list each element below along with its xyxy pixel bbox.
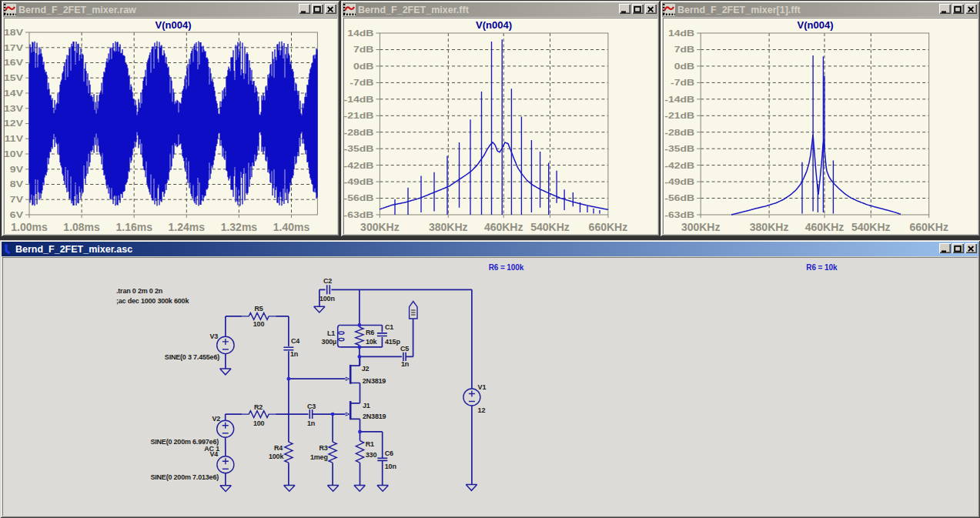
svg-text:J1: J1 [363, 402, 370, 409]
svg-text:V(n004): V(n004) [798, 19, 834, 31]
svg-text:1.24ms: 1.24ms [169, 221, 206, 233]
svg-text:15V: 15V [4, 72, 23, 82]
svg-text:380KHz: 380KHz [429, 221, 468, 233]
svg-text:L1: L1 [327, 329, 335, 337]
svg-text:7dB: 7dB [353, 45, 373, 55]
svg-text:-35dB: -35dB [664, 143, 694, 153]
svg-text:14dB: 14dB [347, 28, 373, 38]
svg-text:-63dB: -63dB [664, 209, 694, 219]
svg-text:1n: 1n [307, 419, 315, 427]
svg-text:R3: R3 [319, 444, 327, 452]
svg-text:-14dB: -14dB [664, 94, 694, 104]
svg-text:-49dB: -49dB [664, 176, 694, 186]
svg-text:-14dB: -14dB [344, 94, 374, 104]
svg-text:-56dB: -56dB [344, 193, 374, 203]
svg-text:660KHz: 660KHz [909, 221, 948, 233]
svg-text:100: 100 [253, 419, 265, 427]
svg-text:1.08ms: 1.08ms [63, 221, 100, 233]
svg-text:1.00ms: 1.00ms [11, 221, 48, 233]
svg-text:100k: 100k [269, 453, 284, 460]
svg-text:300µ: 300µ [322, 338, 336, 346]
svg-text:-42dB: -42dB [344, 160, 374, 170]
svg-text:.tran 0 2m 0 2n: .tran 0 2m 0 2n [116, 287, 162, 295]
svg-text:1.16ms: 1.16ms [115, 221, 152, 233]
svg-text:SINE(0 3 7.455e6): SINE(0 3 7.455e6) [165, 353, 219, 361]
svg-text:0dB: 0dB [353, 61, 373, 71]
svg-text:-42dB: -42dB [664, 160, 694, 170]
svg-text:11V: 11V [5, 133, 24, 143]
svg-text:7V: 7V [10, 194, 24, 204]
svg-text:C4: C4 [291, 337, 299, 345]
svg-text:-21dB: -21dB [344, 110, 374, 120]
svg-text:1n: 1n [290, 350, 298, 358]
svg-text:-28dB: -28dB [344, 127, 374, 137]
svg-text:V(n004): V(n004) [476, 19, 512, 31]
svg-text:R5: R5 [254, 305, 263, 312]
svg-text:V1: V1 [478, 383, 487, 391]
svg-text:300KHz: 300KHz [360, 221, 400, 233]
svg-text:C3: C3 [307, 403, 316, 410]
svg-text:-28dB: -28dB [664, 127, 694, 137]
svg-text:J2: J2 [362, 365, 370, 373]
svg-text:-49dB: -49dB [344, 176, 374, 186]
svg-text:2N3819: 2N3819 [363, 413, 386, 420]
svg-text:R6: R6 [366, 329, 374, 336]
svg-text:SINE(0 200m 7.013e6): SINE(0 200m 7.013e6) [150, 473, 219, 481]
svg-text:10n: 10n [385, 463, 396, 470]
svg-text:8V: 8V [10, 179, 24, 189]
svg-text:C5: C5 [400, 345, 409, 353]
svg-text:100n: 100n [319, 295, 335, 302]
svg-text:V3: V3 [209, 333, 218, 340]
svg-text:1n: 1n [401, 360, 409, 368]
svg-text:14V: 14V [4, 88, 23, 98]
svg-text:7dB: 7dB [674, 45, 694, 55]
svg-text:13V: 13V [4, 103, 23, 113]
svg-text:;ac dec 1000 300k 600k: ;ac dec 1000 300k 600k [116, 297, 189, 305]
svg-text:18V: 18V [4, 27, 23, 37]
svg-text:2N3819: 2N3819 [363, 377, 386, 385]
svg-text:540KHz: 540KHz [851, 221, 891, 233]
svg-text:460KHz: 460KHz [484, 221, 523, 233]
svg-text:R6 = 10k: R6 = 10k [806, 263, 838, 272]
svg-text:1.32ms: 1.32ms [221, 221, 258, 233]
svg-text:-56dB: -56dB [664, 193, 694, 203]
svg-text:9V: 9V [10, 164, 24, 174]
svg-text:V(n004): V(n004) [156, 19, 192, 31]
svg-text:10k: 10k [366, 338, 378, 346]
svg-text:1.40ms: 1.40ms [273, 221, 310, 233]
svg-text:R1: R1 [366, 440, 374, 448]
svg-text:540KHz: 540KHz [530, 221, 570, 233]
svg-text:R6 = 100k: R6 = 100k [489, 263, 524, 272]
svg-text:-21dB: -21dB [664, 110, 694, 120]
svg-text:415p: 415p [385, 338, 400, 346]
svg-text:12V: 12V [4, 119, 23, 129]
svg-text:-63dB: -63dB [344, 209, 374, 219]
svg-text:12: 12 [478, 406, 486, 414]
svg-text:-7dB: -7dB [350, 78, 373, 88]
svg-text:C2: C2 [323, 277, 332, 285]
svg-text:330: 330 [366, 451, 377, 459]
svg-text:380KHz: 380KHz [750, 221, 789, 233]
svg-text:14dB: 14dB [668, 28, 694, 38]
svg-text:460KHz: 460KHz [805, 221, 845, 233]
svg-text:16V: 16V [4, 58, 23, 68]
svg-text:660KHz: 660KHz [589, 221, 628, 233]
svg-text:17V: 17V [4, 42, 23, 52]
svg-text:0dB: 0dB [674, 61, 694, 71]
svg-text:V4: V4 [209, 450, 218, 458]
svg-text:-35dB: -35dB [344, 143, 374, 153]
svg-text:C6: C6 [385, 449, 393, 457]
svg-text:R4: R4 [274, 444, 283, 452]
svg-text:C1: C1 [385, 323, 393, 331]
svg-text:6V: 6V [10, 209, 24, 219]
svg-text:100: 100 [253, 320, 265, 328]
svg-text:1meg: 1meg [310, 453, 328, 461]
svg-text:10V: 10V [4, 149, 23, 159]
svg-text:R2: R2 [254, 403, 263, 411]
svg-text:-7dB: -7dB [671, 78, 694, 88]
svg-text:300KHz: 300KHz [681, 221, 721, 233]
svg-text:V2: V2 [212, 415, 220, 423]
